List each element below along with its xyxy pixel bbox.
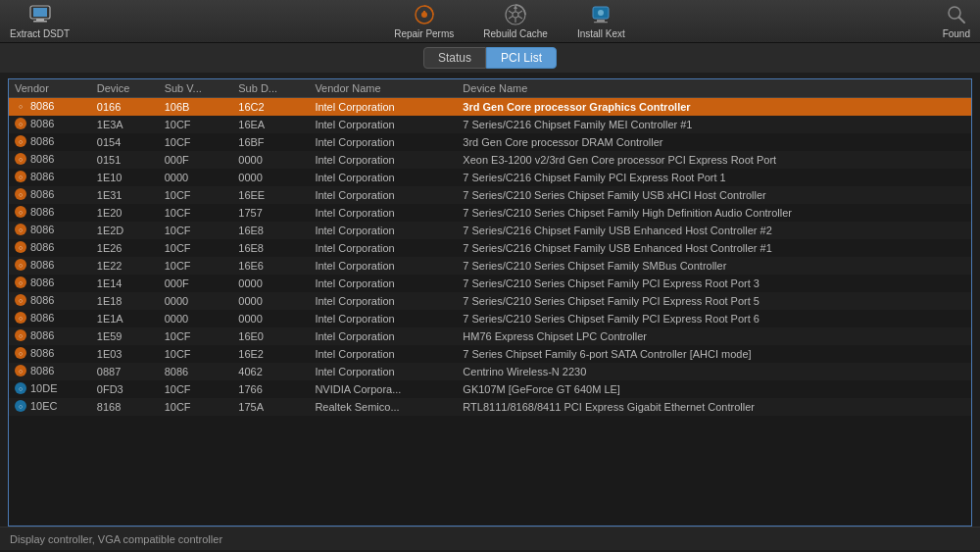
cell-device-name: Centrino Wireless-N 2230	[457, 363, 971, 380]
svg-line-10	[518, 11, 522, 14]
cell-device-name: GK107M [GeForce GT 640M LE]	[457, 380, 971, 398]
table-row[interactable]: ○ 80861E2210CF16E6Intel Corporation7 Ser…	[9, 257, 971, 275]
cell-sub-d: 16EE	[232, 186, 309, 204]
col-device-name: Device Name	[457, 79, 971, 98]
cell-vendor: ○ 8086	[9, 275, 91, 292]
cell-device: 1E14	[91, 275, 159, 292]
table-row[interactable]: ○ 80860151000F0000Intel CorporationXeon …	[9, 151, 971, 169]
cell-vendor: ○ 8086	[9, 151, 91, 169]
svg-text:○: ○	[19, 138, 23, 145]
main-content: Vendor Device Sub V... Sub D... Vendor N…	[0, 73, 980, 527]
toolbar-center: Repair Perms Rebuild Cache	[127, 3, 892, 39]
cell-vendor: ○ 8086	[9, 239, 91, 257]
cell-sub-v: 10CF	[159, 186, 233, 204]
svg-rect-1	[33, 8, 47, 17]
cell-vendor-name: Intel Corporation	[309, 275, 457, 292]
cell-sub-d: 4062	[232, 363, 309, 380]
rebuild-cache-label: Rebuild Cache	[483, 28, 548, 39]
col-device: Device	[91, 79, 159, 98]
cell-device-name: 7 Series/C216 Chipset Family MEI Control…	[457, 116, 971, 133]
cell-vendor-name: Realtek Semico...	[309, 398, 457, 416]
svg-line-20	[958, 18, 964, 24]
cell-device: 1E2D	[91, 222, 159, 239]
cell-sub-v: 10CF	[159, 345, 233, 363]
cell-sub-d: 16E2	[232, 345, 309, 363]
found-icon	[945, 3, 968, 26]
cell-device: 1E20	[91, 204, 159, 222]
cell-vendor-name: Intel Corporation	[309, 310, 457, 327]
table-row[interactable]: ○ 80861E1A00000000Intel Corporation7 Ser…	[9, 310, 971, 327]
cell-sub-d: 16C2	[232, 98, 309, 117]
cell-device: 1E10	[91, 169, 159, 186]
table-row[interactable]: ○ 8086015410CF16BFIntel Corporation3rd G…	[9, 133, 971, 151]
cell-sub-v: 10CF	[159, 116, 233, 133]
cell-vendor-name: Intel Corporation	[309, 151, 457, 169]
table-row[interactable]: ○ 80861E14000F0000Intel Corporation7 Ser…	[9, 275, 971, 292]
tab-status[interactable]: Status	[423, 47, 486, 69]
cell-device: 1E31	[91, 186, 159, 204]
cell-vendor: ○ 8086	[9, 133, 91, 151]
cell-vendor-name: Intel Corporation	[309, 169, 457, 186]
table-row[interactable]: ○ 80861E0310CF16E2Intel Corporation7 Ser…	[9, 345, 971, 363]
install-kext-button[interactable]: Install Kext	[577, 3, 625, 39]
cell-device: 1E26	[91, 239, 159, 257]
table-row[interactable]: ○ 80861E1800000000Intel Corporation7 Ser…	[9, 292, 971, 310]
svg-text:○: ○	[19, 174, 23, 180]
svg-rect-2	[36, 19, 44, 21]
repair-perms-icon	[413, 3, 436, 26]
svg-line-13	[509, 17, 513, 20]
table-row[interactable]: ○ 80861E3110CF16EEIntel Corporation7 Ser…	[9, 186, 971, 204]
table-row[interactable]: ○ 80861E2610CF16E8Intel Corporation7 Ser…	[9, 239, 971, 257]
svg-rect-17	[597, 20, 605, 22]
rebuild-cache-button[interactable]: Rebuild Cache	[483, 3, 548, 39]
cell-device-name: 7 Series/C216 Chipset Family USB Enhance…	[457, 222, 971, 239]
svg-text:○: ○	[19, 403, 23, 410]
cell-vendor: ○ 8086	[9, 363, 91, 380]
table-row[interactable]: ○ 8086088780864062Intel CorporationCentr…	[9, 363, 971, 380]
svg-rect-6	[423, 11, 425, 15]
cell-sub-d: 16E8	[232, 239, 309, 257]
cell-device-name: 7 Series/C210 Series Chipset Family PCI …	[457, 275, 971, 292]
repair-perms-label: Repair Perms	[394, 28, 454, 39]
table-row[interactable]: ○ 80861E3A10CF16EAIntel Corporation7 Ser…	[9, 116, 971, 133]
cell-sub-v: 0000	[159, 310, 233, 327]
found-button[interactable]: Found	[943, 3, 970, 39]
cell-sub-d: 1766	[232, 380, 309, 398]
cell-sub-d: 0000	[232, 275, 309, 292]
svg-text:○: ○	[19, 315, 23, 322]
extract-dsdt-button[interactable]: Extract DSDT	[10, 3, 70, 39]
table-header-row: Vendor Device Sub V... Sub D... Vendor N…	[9, 79, 971, 98]
table-row[interactable]: ○ 80861E1000000000Intel Corporation7 Ser…	[9, 169, 971, 186]
found-label: Found	[943, 28, 970, 39]
cell-device: 1E59	[91, 327, 159, 345]
cell-sub-d: 0000	[232, 292, 309, 310]
table-row[interactable]: ○ 80861E2010CF1757Intel Corporation7 Ser…	[9, 204, 971, 222]
cell-vendor: ○ 10EC	[9, 398, 91, 416]
col-sub-v: Sub V...	[159, 79, 233, 98]
cell-vendor: ○ 8086	[9, 98, 91, 117]
svg-line-14	[509, 11, 513, 14]
tab-pci-list[interactable]: PCI List	[486, 47, 557, 69]
cell-device: 8168	[91, 398, 159, 416]
table-row[interactable]: ○ 80861E2D10CF16E8Intel Corporation7 Ser…	[9, 222, 971, 239]
cell-device-name: 7 Series/C216 Chipset Family USB Enhance…	[457, 239, 971, 257]
table-row[interactable]: ○ 10DE0FD310CF1766NVIDIA Corpora...GK107…	[9, 380, 971, 398]
cell-sub-d: 16BF	[232, 133, 309, 151]
cell-device: 0151	[91, 151, 159, 169]
cell-device: 1E18	[91, 292, 159, 310]
cell-vendor-name: Intel Corporation	[309, 98, 457, 117]
cell-sub-d: 16E0	[232, 327, 309, 345]
cell-vendor-name: Intel Corporation	[309, 345, 457, 363]
cell-vendor-name: Intel Corporation	[309, 116, 457, 133]
table-row[interactable]: ○ 80860166106B16C2Intel Corporation3rd G…	[9, 98, 971, 117]
cell-vendor-name: NVIDIA Corpora...	[309, 380, 457, 398]
table-row[interactable]: ○ 10EC816810CF175ARealtek Semico...RTL81…	[9, 398, 971, 416]
svg-text:○: ○	[19, 297, 23, 304]
table-row[interactable]: ○ 80861E5910CF16E0Intel CorporationHM76 …	[9, 327, 971, 345]
cell-vendor: ○ 8086	[9, 222, 91, 239]
cell-vendor: ○ 8086	[9, 292, 91, 310]
cell-sub-v: 106B	[159, 98, 233, 117]
repair-perms-button[interactable]: Repair Perms	[394, 3, 454, 39]
cell-sub-v: 0000	[159, 292, 233, 310]
cell-device-name: 7 Series Chipset Family 6-port SATA Cont…	[457, 345, 971, 363]
